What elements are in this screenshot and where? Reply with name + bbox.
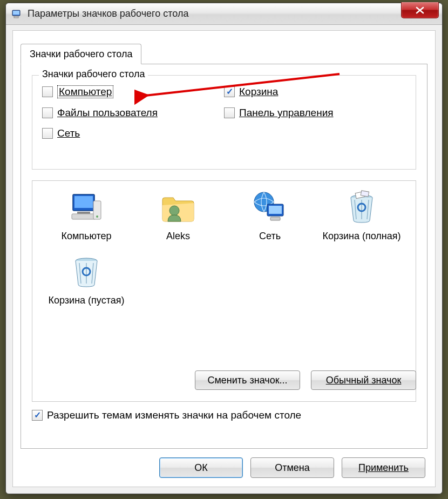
checkbox-box (42, 128, 53, 139)
icon-item-recycle-full[interactable]: Корзина (полная) (318, 189, 405, 242)
default-icon-button[interactable]: Обычный значок (311, 370, 416, 390)
titlebar: Параметры значков рабочего стола (6, 3, 442, 25)
svg-rect-5 (74, 196, 93, 208)
close-button[interactable] (401, 2, 439, 18)
client-area: Значки рабочего стола Значки рабочего ст… (12, 30, 436, 487)
tab-desktop-icons[interactable]: Значки рабочего стола (21, 44, 141, 64)
checkbox-computer[interactable]: Компьютер (42, 85, 224, 98)
checkbox-network[interactable]: Сеть (42, 127, 224, 139)
checkbox-box (42, 107, 53, 118)
icon-list: Компьютер Aleks (32, 180, 416, 402)
app-icon (11, 8, 23, 20)
icon-label: Корзина (пустая) (49, 294, 125, 307)
icon-label: Компьютер (61, 230, 111, 242)
svg-point-9 (96, 215, 98, 218)
window-title: Параметры значков рабочего стола (28, 8, 188, 19)
svg-point-10 (169, 206, 179, 215)
checkbox-box (224, 86, 235, 97)
checkbox-box (32, 410, 43, 421)
cancel-button[interactable]: Отмена (250, 457, 334, 478)
tab-label: Значки рабочего стола (30, 49, 132, 60)
recycle-bin-full-icon (343, 189, 381, 227)
svg-rect-6 (77, 212, 90, 214)
svg-rect-14 (270, 217, 280, 220)
checkbox-label: Панель управления (239, 107, 334, 119)
icon-item-recycle-empty[interactable]: Корзина (пустая) (43, 253, 130, 307)
apply-button[interactable]: Применить (342, 457, 425, 478)
checkbox-allow-themes[interactable]: Разрешить темам изменять значки на рабоч… (32, 409, 301, 421)
checkbox-recycle-bin[interactable]: Корзина (224, 85, 406, 98)
icon-label: Корзина (полная) (322, 230, 401, 242)
computer-icon (67, 189, 105, 227)
checkbox-label: Компьютер (57, 85, 113, 98)
dialog-buttons: ОК Отмена Применить (159, 457, 425, 478)
ok-button[interactable]: ОК (159, 457, 243, 478)
svg-rect-7 (72, 214, 96, 219)
icon-item-user-folder[interactable]: Aleks (135, 189, 221, 242)
recycle-bin-empty-icon (67, 253, 105, 291)
icon-item-network[interactable]: Сеть (227, 189, 313, 242)
icon-label: Aleks (166, 230, 190, 242)
network-icon (251, 189, 289, 227)
group-legend: Значки рабочего стола (39, 69, 148, 80)
svg-rect-13 (269, 206, 282, 214)
user-folder-icon (159, 189, 197, 227)
checkbox-label: Разрешить темам изменять значки на рабоч… (47, 409, 301, 421)
icon-label: Сеть (259, 230, 281, 242)
group-desktop-icons: Значки рабочего стола Компьютер Корзина … (32, 75, 416, 170)
tab-panel: Значки рабочего стола Компьютер Корзина … (21, 64, 427, 449)
change-icon-button[interactable]: Сменить значок... (195, 370, 300, 390)
checkbox-label: Файлы пользователя (57, 107, 158, 119)
checkbox-box (224, 107, 235, 118)
dialog-window: Параметры значков рабочего стола Значки … (5, 3, 443, 494)
svg-rect-2 (14, 16, 18, 18)
icon-buttons-row: Сменить значок... Обычный значок (195, 370, 416, 390)
svg-rect-1 (13, 11, 19, 15)
svg-rect-17 (361, 191, 369, 197)
checkbox-control-panel[interactable]: Панель управления (224, 107, 406, 119)
checkbox-user-files[interactable]: Файлы пользователя (42, 107, 224, 119)
checkbox-box (42, 86, 53, 97)
icon-item-computer[interactable]: Компьютер (43, 189, 130, 242)
checkbox-label: Корзина (239, 86, 278, 98)
checkbox-label: Сеть (57, 127, 80, 139)
